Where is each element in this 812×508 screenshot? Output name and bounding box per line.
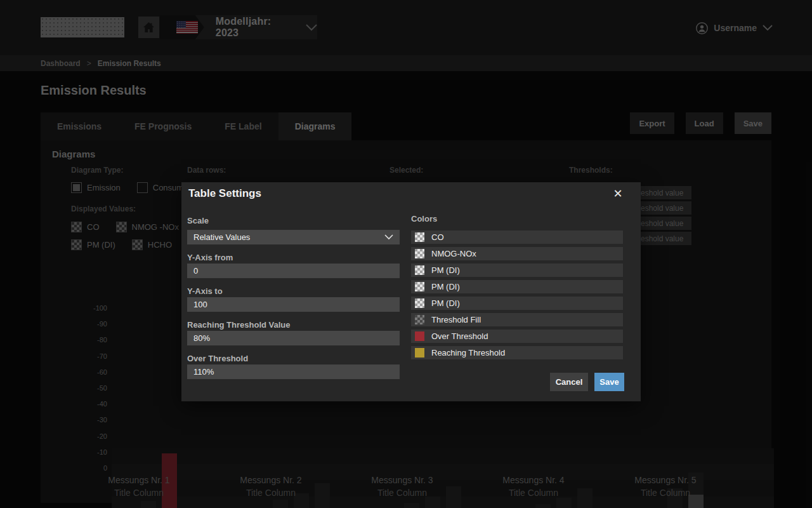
cancel-button[interactable]: Cancel: [550, 373, 588, 391]
field-label-over-threshold: Over Threshold: [187, 354, 248, 363]
scale-select[interactable]: Relative Values: [187, 230, 400, 244]
field-label-reaching-threshold-value: Reaching Threshold Value: [187, 320, 291, 330]
color-row-label: NMOG-NOx: [431, 249, 476, 258]
color-row-label: CO: [431, 232, 444, 242]
table-settings-modal: Table Settings ✕ Scale Relative Values Y…: [181, 182, 641, 401]
field-input-over-threshold[interactable]: [187, 364, 400, 379]
color-row-label: Reaching Threshold: [431, 348, 505, 358]
color-row-label: Threshold Fill: [431, 315, 481, 324]
color-row-over-threshold[interactable]: Over Threshold: [411, 330, 623, 343]
color-swatch: [415, 249, 424, 258]
modal-save-button[interactable]: Save: [594, 373, 624, 391]
field-label-y-axis-from: Y-Axis from: [187, 253, 233, 262]
chevron-down-icon: [384, 234, 393, 240]
field-label-y-axis-to: Y-Axis to: [187, 286, 223, 296]
color-swatch: [415, 348, 424, 358]
color-swatch: [415, 282, 424, 291]
app-root: Modelljahr: 2023 Username Dashboard>Emis…: [0, 0, 812, 508]
close-icon[interactable]: ✕: [610, 186, 625, 201]
colors-label: Colors: [411, 214, 437, 224]
color-row-label: PM (DI): [431, 298, 460, 308]
color-swatch: [415, 315, 424, 324]
color-row-label: PM (DI): [431, 265, 460, 275]
field-input-reaching-threshold-value[interactable]: [187, 331, 400, 345]
color-swatch: [415, 298, 424, 308]
color-row-pm-di-[interactable]: PM (DI): [411, 264, 623, 277]
scale-label: Scale: [187, 216, 209, 225]
field-input-y-axis-from[interactable]: [187, 264, 400, 278]
modal-title: Table Settings: [188, 187, 261, 200]
field-input-y-axis-to[interactable]: [187, 297, 400, 312]
color-row-label: Over Threshold: [431, 331, 488, 341]
color-row-nmog-nox[interactable]: NMOG-NOx: [411, 247, 623, 260]
color-swatch: [415, 265, 424, 275]
color-swatch: [415, 232, 424, 242]
color-row-label: PM (DI): [431, 282, 460, 291]
color-row-co[interactable]: CO: [411, 231, 623, 244]
color-row-reaching-threshold[interactable]: Reaching Threshold: [411, 346, 623, 359]
color-row-pm-di-[interactable]: PM (DI): [411, 297, 623, 310]
color-row-pm-di-[interactable]: PM (DI): [411, 280, 623, 293]
color-swatch: [415, 331, 424, 341]
scale-select-value: Relative Values: [193, 232, 250, 242]
color-row-threshold-fill[interactable]: Threshold Fill: [411, 313, 623, 326]
